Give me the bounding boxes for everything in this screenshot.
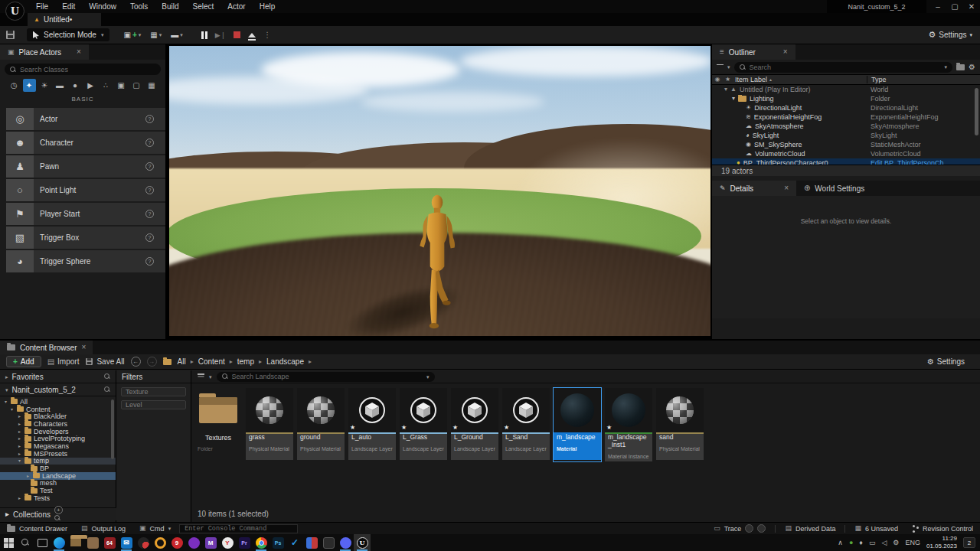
outliner-row-world[interactable]: Untitled (Play In Editor)World <box>712 85 980 94</box>
asset-tile-m-landscape-inst1[interactable]: m_landscape_Inst1Material Instance <box>605 388 652 461</box>
search-classes-input[interactable] <box>20 66 155 73</box>
new-folder-icon[interactable] <box>956 64 965 70</box>
breadcrumb-landscape[interactable]: Landscape <box>266 357 304 366</box>
tree-item-test[interactable]: Test <box>0 487 116 494</box>
place-item-pawn[interactable]: Pawn <box>6 155 165 178</box>
outliner-row-bp-character[interactable]: BP_ThirdPersonCharacter0Edit BP_ThirdPer… <box>712 158 980 165</box>
asset-search-input[interactable] <box>232 373 423 380</box>
tray-display-icon[interactable] <box>869 540 876 546</box>
selection-mode-dropdown[interactable]: Selection Mode <box>27 28 109 41</box>
chevron-down-icon[interactable] <box>426 374 430 380</box>
menu-help[interactable]: Help <box>253 1 283 12</box>
outliner-row-directionallight[interactable]: DirectionalLightDirectionalLight <box>712 103 980 112</box>
category-media-icon[interactable] <box>84 79 97 92</box>
save-icon[interactable] <box>6 31 15 39</box>
content-browser-tab[interactable]: Content Browser <box>0 341 93 354</box>
close-icon[interactable] <box>783 48 788 56</box>
asset-tile-l-auto[interactable]: L_autoLandscape Layer <box>348 388 396 461</box>
asset-tile-sand[interactable]: sandPhysical Material <box>656 388 704 461</box>
asset-tile-l-grass[interactable]: L_GrassLandscape Layer <box>400 388 447 461</box>
search-icon[interactable] <box>104 386 110 393</box>
back-button[interactable]: ← <box>131 357 141 367</box>
world-settings-tab[interactable]: World Settings <box>796 181 872 196</box>
taskbar-check-icon[interactable] <box>286 534 303 551</box>
tree-item-levelprototyping[interactable]: LevelPrototyping <box>0 435 116 442</box>
add-actor-button[interactable] <box>120 31 144 39</box>
tree-item-bp[interactable]: BP <box>0 465 116 472</box>
forward-button[interactable]: → <box>147 357 157 367</box>
breadcrumb-temp[interactable]: temp <box>237 357 254 366</box>
place-item-player-start[interactable]: Player Start <box>6 203 165 225</box>
project-header[interactable]: Nanit_custom_5_2 <box>0 383 116 396</box>
taskbar-edge-icon[interactable] <box>51 534 67 551</box>
tree-item-temp[interactable]: temp <box>0 458 116 465</box>
menu-edit[interactable]: Edit <box>55 1 82 12</box>
taskbar-media-icon[interactable] <box>135 534 152 551</box>
taskbar-unreal-icon[interactable]: U <box>354 534 371 551</box>
place-item-trigger-box[interactable]: Trigger Box <box>6 227 165 249</box>
category-all-icon[interactable] <box>145 79 158 92</box>
close-icon[interactable] <box>784 184 789 192</box>
place-item-trigger-sphere[interactable]: Trigger Sphere <box>6 250 165 272</box>
save-all-button[interactable]: Save All <box>85 357 124 366</box>
filter-icon[interactable] <box>198 373 204 380</box>
category-recent-icon[interactable] <box>8 79 21 92</box>
filter-chip-level[interactable]: Level <box>121 400 186 409</box>
taskbar-paint-icon[interactable] <box>303 534 320 551</box>
taskbar-mail-icon[interactable] <box>118 534 135 551</box>
help-icon[interactable] <box>145 139 154 147</box>
pause-button[interactable] <box>201 31 207 39</box>
tree-item-megascans[interactable]: Megascans <box>0 442 116 450</box>
content-browser-settings[interactable]: Settings <box>927 357 965 366</box>
menu-window[interactable]: Window <box>82 1 123 12</box>
close-button[interactable]: ✕ <box>963 0 980 13</box>
level-tab-untitled[interactable]: Untitled• <box>28 13 101 26</box>
filter-chip-texture[interactable]: Texture <box>121 387 186 396</box>
unsaved-button[interactable]: 6 Unsaved <box>848 523 905 534</box>
console-command-field[interactable] <box>179 524 298 533</box>
tray-volume-icon[interactable] <box>881 540 887 546</box>
tree-item-tests[interactable]: Tests <box>0 494 116 500</box>
category-basic-icon[interactable] <box>23 79 36 92</box>
outliner-row-lighting[interactable]: LightingFolder <box>712 94 980 103</box>
details-tab[interactable]: Details <box>712 181 796 196</box>
derived-data-button[interactable]: Derived Data <box>778 523 842 534</box>
filter-icon[interactable] <box>717 64 724 70</box>
category-cinematic-icon[interactable] <box>54 79 67 92</box>
place-item-point-light[interactable]: Point Light <box>6 179 165 201</box>
tray-expand-icon[interactable] <box>838 540 843 546</box>
start-button[interactable] <box>0 534 17 551</box>
item-label-column[interactable]: Item Label <box>733 76 867 83</box>
taskbar-photoshop-icon[interactable]: Ps <box>270 534 286 551</box>
chevron-down-icon[interactable] <box>727 64 730 70</box>
pin-column-icon[interactable] <box>723 77 733 83</box>
taskbar-m-icon[interactable]: M <box>202 534 219 551</box>
tree-item-mspresets[interactable]: MSPresets <box>0 450 116 458</box>
asset-tile-grass[interactable]: grassPhysical Material <box>246 388 293 461</box>
editor-settings-dropdown[interactable]: Settings <box>928 31 972 39</box>
cmd-dropdown[interactable]: Cmd <box>132 523 178 534</box>
menu-actor[interactable]: Actor <box>220 1 252 12</box>
favorites-header[interactable]: Favorites <box>0 370 116 383</box>
eject-button[interactable] <box>248 33 256 37</box>
breadcrumb-all[interactable]: All <box>178 357 186 366</box>
outliner-search-field[interactable] <box>734 62 953 73</box>
outliner-row-skyatmosphere[interactable]: SkyAtmosphereSkyAtmosphere <box>712 122 980 131</box>
outliner-row-skysphere[interactable]: SM_SkySphereStaticMeshActor <box>712 140 980 149</box>
close-icon[interactable] <box>81 344 86 351</box>
output-log-button[interactable]: Output Log <box>74 523 132 534</box>
place-actors-tab[interactable]: Place Actors <box>0 44 89 60</box>
close-icon[interactable] <box>77 48 81 56</box>
asset-tile-l-sand[interactable]: L_SandLandscape Layer <box>502 388 550 461</box>
menu-select[interactable]: Select <box>186 1 221 12</box>
cinematics-button[interactable] <box>168 31 186 39</box>
asset-tile-l-ground[interactable]: L_GroundLandscape Layer <box>451 388 498 461</box>
level-viewport[interactable] <box>167 44 710 339</box>
tree-item-mesh[interactable]: mesh <box>0 480 116 487</box>
menu-file[interactable]: File <box>29 1 55 12</box>
outliner-search-input[interactable] <box>750 64 941 71</box>
import-button[interactable]: Import <box>47 357 80 366</box>
asset-tile-ground[interactable]: groundPhysical Material <box>297 388 345 461</box>
taskbar-64-icon[interactable]: 64 <box>101 534 118 551</box>
category-shapes-icon[interactable] <box>69 79 82 92</box>
